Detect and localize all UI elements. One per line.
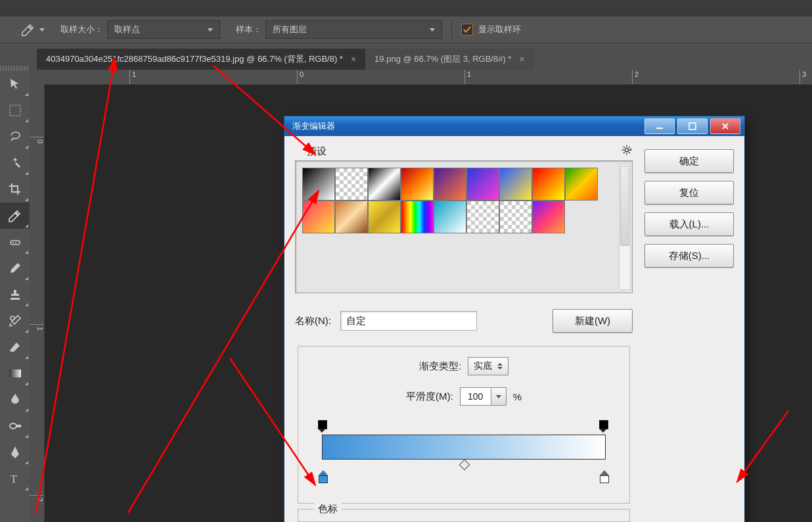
svg-rect-7: [656, 128, 663, 129]
smoothness-spinner[interactable]: [460, 387, 507, 406]
checkbox-checked-icon: [461, 24, 473, 36]
svg-rect-0: [10, 105, 20, 116]
gradient-preset-swatch[interactable]: [401, 168, 434, 201]
lasso-tool[interactable]: [0, 124, 30, 150]
blur-tool[interactable]: [0, 387, 30, 413]
svg-point-4: [10, 423, 16, 429]
gradient-settings-fieldset: 渐变类型: 实底 平滑度(M): %: [298, 346, 630, 504]
gradient-preset-swatch[interactable]: [532, 201, 565, 233]
sample-dropdown[interactable]: 所有图层: [265, 20, 442, 39]
gradient-name-input[interactable]: [340, 311, 477, 331]
opacity-stop-left[interactable]: [318, 420, 328, 432]
gradient-preset-swatch[interactable]: [368, 201, 401, 233]
midpoint-handle[interactable]: [459, 460, 470, 471]
horizontal-ruler[interactable]: 1 0 1 2 3: [44, 70, 812, 85]
gradient-preset-swatch[interactable]: [466, 201, 499, 233]
magic-wand-tool[interactable]: [0, 150, 30, 176]
crop-tool[interactable]: [0, 176, 30, 202]
dodge-tool[interactable]: [0, 413, 30, 439]
gradient-preset-swatch[interactable]: [532, 168, 565, 201]
vertical-ruler[interactable]: 0 1 2: [30, 84, 45, 522]
dialog-titlebar[interactable]: 渐变编辑器: [284, 116, 744, 136]
brush-tool[interactable]: [0, 255, 30, 281]
gradient-type-value: 实底: [474, 360, 492, 372]
ruler-tick: 1: [30, 324, 44, 339]
gradient-preset-swatch[interactable]: [434, 201, 466, 233]
gradient-bar[interactable]: [311, 417, 616, 483]
tab-label: 19.png @ 66.7% (图层 3, RGB/8#) *: [374, 49, 511, 70]
ruler-tick: 2: [632, 70, 639, 84]
reset-button[interactable]: 复位: [644, 181, 734, 204]
color-stop-left[interactable]: [318, 470, 328, 483]
document-tab[interactable]: 19.png @ 66.7% (图层 3, RGB/8#) * ×: [365, 49, 533, 70]
gradient-tool[interactable]: [0, 360, 30, 387]
gradient-preset-swatch[interactable]: [335, 168, 368, 201]
gradient-preset-swatch[interactable]: [335, 201, 368, 233]
sample-size-value: 取样点: [114, 24, 201, 36]
show-sampling-ring-checkbox[interactable]: 显示取样环: [461, 24, 521, 36]
color-stops-fieldset: 色标: [298, 509, 630, 522]
gradient-preset-swatch[interactable]: [499, 168, 532, 201]
load-button[interactable]: 载入(L)...: [644, 212, 734, 236]
ok-button[interactable]: 确定: [644, 149, 734, 173]
gradient-preset-swatch[interactable]: [565, 168, 598, 201]
document-tab[interactable]: 4034970a304e251fc2868759ad86c9177f3e5319…: [37, 49, 365, 70]
ruler-origin[interactable]: [30, 70, 45, 85]
sample-size-dropdown[interactable]: 取样点: [107, 20, 220, 39]
ruler-tick: 1: [464, 70, 471, 84]
gradient-preset-swatch[interactable]: [368, 168, 401, 201]
gradient-preset-swatch[interactable]: [499, 201, 532, 233]
gradient-preview[interactable]: [322, 435, 606, 460]
chevron-down-icon: [208, 28, 213, 32]
tab-label: 4034970a304e251fc2868759ad86c9177f3e5319…: [46, 49, 343, 70]
opacity-stop-right[interactable]: [599, 420, 610, 432]
stamp-tool[interactable]: [0, 281, 30, 308]
gear-icon[interactable]: [621, 144, 633, 156]
color-stops-legend: 色标: [314, 503, 342, 515]
smoothness-input[interactable]: [460, 387, 491, 406]
sample-size-label: 取样大小：: [60, 24, 103, 36]
close-icon[interactable]: ×: [351, 49, 356, 70]
gradient-preset-swatch[interactable]: [434, 168, 466, 201]
svg-rect-8: [689, 123, 696, 130]
svg-rect-3: [9, 369, 21, 377]
active-tool-eyedropper-icon[interactable]: [21, 22, 45, 37]
new-button[interactable]: 新建(W): [553, 309, 633, 333]
close-button[interactable]: [710, 118, 740, 134]
presets-scrollbar[interactable]: [619, 164, 631, 290]
divider: [451, 20, 452, 39]
tool-caret-icon[interactable]: [39, 28, 45, 32]
maximize-button[interactable]: [677, 118, 708, 134]
gradient-preset-swatch[interactable]: [302, 201, 335, 233]
gradient-editor-dialog: 渐变编辑器 预设 名称(N): 新建(W): [284, 116, 745, 522]
chevron-down-icon: [430, 28, 435, 32]
healing-brush-tool[interactable]: [0, 229, 30, 255]
save-button[interactable]: 存储(S)...: [644, 244, 734, 268]
move-tool[interactable]: [0, 71, 30, 97]
ruler-tick: 1: [129, 70, 136, 84]
gradient-preset-swatch[interactable]: [466, 168, 499, 201]
document-tab-strip: 4034970a304e251fc2868759ad86c9177f3e5319…: [37, 49, 534, 70]
history-brush-tool[interactable]: [0, 308, 30, 334]
gradient-preset-swatch[interactable]: [401, 201, 434, 233]
type-tool[interactable]: T: [0, 465, 30, 492]
svg-point-2: [11, 316, 14, 320]
chevron-down-icon[interactable]: [491, 387, 507, 406]
ruler-tick: 2: [30, 495, 44, 510]
gradient-preset-swatch[interactable]: [302, 168, 335, 201]
ruler-tick: 3: [800, 70, 806, 84]
presets-label: 预设: [307, 145, 327, 158]
eraser-tool[interactable]: [0, 334, 30, 360]
marquee-tool[interactable]: [0, 97, 30, 124]
smoothness-label: 平滑度(M):: [406, 391, 453, 403]
sample-label: 样本：: [236, 24, 261, 36]
gradient-type-select[interactable]: 实底: [468, 357, 508, 375]
color-stop-right[interactable]: [599, 470, 610, 483]
pen-tool[interactable]: [0, 439, 30, 465]
close-icon[interactable]: ×: [519, 49, 524, 70]
minimize-button[interactable]: [644, 118, 675, 134]
name-label: 名称(N):: [295, 315, 331, 327]
presets-box: [295, 160, 633, 293]
smoothness-unit: %: [513, 391, 522, 402]
eyedropper-tool[interactable]: [0, 202, 30, 229]
